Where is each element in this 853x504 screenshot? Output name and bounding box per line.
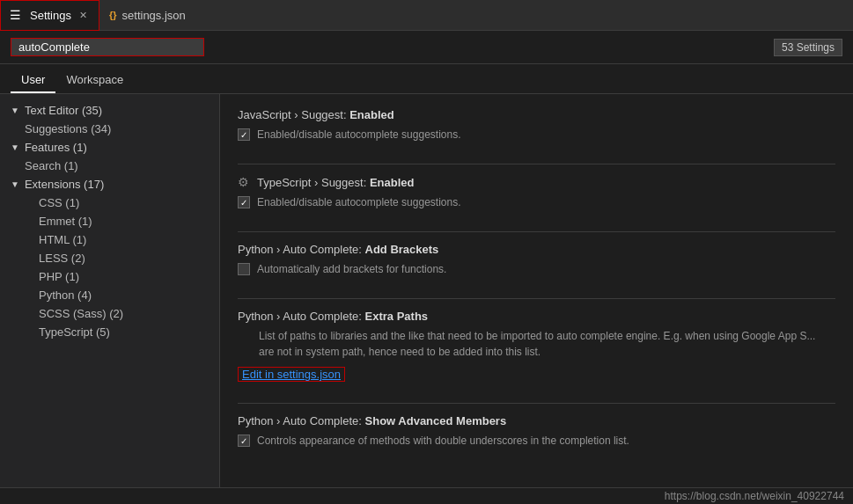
ts-gear-icon[interactable]: ⚙ <box>238 175 252 189</box>
sidebar-label-suggestions: Suggestions (34) <box>25 122 111 135</box>
js-suggest-checkbox[interactable] <box>238 128 250 141</box>
ts-suggest-checkbox-row: Enabled/disable autocomplete suggestions… <box>238 194 835 210</box>
sidebar-label-html: HTML (1) <box>39 233 86 246</box>
main-layout: ▼ Text Editor (35) Suggestions (34) ▼ Fe… <box>0 94 853 496</box>
status-url: https://blog.csdn.net/weixin_40922744 <box>665 490 844 502</box>
tab-bar: ☰ Settings ✕ {} settings.json <box>0 0 853 31</box>
sidebar-item-features[interactable]: ▼ Features (1) <box>0 138 219 157</box>
sidebar-label-php: PHP (1) <box>39 270 79 283</box>
sidebar-item-emmet[interactable]: Emmet (1) <box>0 212 219 230</box>
edit-in-settings-json-link[interactable]: Edit in settings.json <box>238 367 345 382</box>
sidebar-label-python: Python (4) <box>39 289 92 302</box>
search-wrapper <box>11 38 204 56</box>
sidebar-item-php[interactable]: PHP (1) <box>0 267 219 286</box>
chevron-features: ▼ <box>11 142 19 152</box>
sidebar-item-html[interactable]: HTML (1) <box>0 230 219 249</box>
py-extra-paths-title-text: Python › Auto Complete: Extra Paths <box>238 310 428 323</box>
sidebar-item-css[interactable]: CSS (1) <box>0 194 219 212</box>
sidebar-label-text-editor: Text Editor (35) <box>25 104 102 117</box>
chevron-text-editor: ▼ <box>11 106 19 115</box>
setting-py-brackets: Python › Auto Complete: Add Brackets Aut… <box>238 243 835 277</box>
setting-py-brackets-title: Python › Auto Complete: Add Brackets <box>238 243 835 256</box>
setting-py-extra-paths: Python › Auto Complete: Extra Paths List… <box>238 310 835 382</box>
sidebar-label-css: CSS (1) <box>39 196 79 209</box>
setting-py-advanced: Python › Auto Complete: Show Advanced Me… <box>238 414 835 449</box>
json-icon: {} <box>109 10 117 20</box>
content-area: JavaScript › Suggest: Enabled Enabled/di… <box>220 94 853 496</box>
sidebar-item-typescript[interactable]: TypeScript (5) <box>0 323 219 341</box>
sidebar-item-text-editor[interactable]: ▼ Text Editor (35) <box>0 101 219 120</box>
menu-icon: ☰ <box>10 8 21 22</box>
sidebar-item-scss[interactable]: SCSS (Sass) (2) <box>0 304 219 323</box>
setting-ts-suggest: ⚙ TypeScript › Suggest: Enabled Enabled/… <box>238 175 835 210</box>
ts-suggest-title-text: TypeScript › Suggest: Enabled <box>257 176 414 189</box>
setting-js-suggest: JavaScript › Suggest: Enabled Enabled/di… <box>238 108 835 142</box>
scope-tabs: User Workspace <box>0 64 853 94</box>
setting-py-extra-paths-title: Python › Auto Complete: Extra Paths <box>238 310 835 323</box>
setting-ts-suggest-title: ⚙ TypeScript › Suggest: Enabled <box>238 175 835 189</box>
sidebar-label-typescript: TypeScript (5) <box>39 325 110 339</box>
tab-settings-label: Settings <box>30 9 71 22</box>
edit-link-wrapper: Edit in settings.json <box>238 367 835 382</box>
sidebar: ▼ Text Editor (35) Suggestions (34) ▼ Fe… <box>0 94 220 496</box>
search-bar: 53 Settings <box>0 31 853 64</box>
js-suggest-desc: Enabled/disable autocomplete suggestions… <box>257 127 461 142</box>
ts-suggest-desc: Enabled/disable autocomplete suggestions… <box>257 194 461 210</box>
py-extra-paths-desc: List of paths to libraries and the like … <box>259 328 835 360</box>
sidebar-item-python[interactable]: Python (4) <box>0 286 219 304</box>
sidebar-item-less[interactable]: LESS (2) <box>0 249 219 267</box>
settings-count: 53 Settings <box>774 39 842 56</box>
js-suggest-checkbox-row: Enabled/disable autocomplete suggestions… <box>238 127 835 142</box>
sidebar-label-less: LESS (2) <box>39 252 85 265</box>
sidebar-item-suggestions[interactable]: Suggestions (34) <box>0 120 219 138</box>
py-advanced-checkbox-row: Controls appearance of methods with doub… <box>238 433 835 449</box>
search-input[interactable] <box>18 40 196 54</box>
sidebar-label-extensions: Extensions (17) <box>25 178 104 191</box>
setting-js-suggest-title: JavaScript › Suggest: Enabled <box>238 108 835 121</box>
sidebar-label-emmet: Emmet (1) <box>39 215 92 228</box>
py-brackets-desc: Automatically add brackets for functions… <box>257 261 446 277</box>
sidebar-label-scss: SCSS (Sass) (2) <box>39 307 123 320</box>
setting-py-advanced-title: Python › Auto Complete: Show Advanced Me… <box>238 414 835 427</box>
py-brackets-checkbox-row: Automatically add brackets for functions… <box>238 261 835 277</box>
status-bar: https://blog.csdn.net/weixin_40922744 <box>0 487 853 504</box>
sidebar-item-extensions[interactable]: ▼ Extensions (17) <box>0 175 219 194</box>
py-brackets-checkbox[interactable] <box>238 263 250 275</box>
py-advanced-title-text: Python › Auto Complete: Show Advanced Me… <box>238 414 506 427</box>
scope-tab-user[interactable]: User <box>11 69 55 93</box>
sidebar-label-search: Search (1) <box>25 159 78 172</box>
py-advanced-desc: Controls appearance of methods with doub… <box>257 433 629 449</box>
js-suggest-title-text: JavaScript › Suggest: Enabled <box>238 108 394 121</box>
sidebar-label-features: Features (1) <box>25 141 87 154</box>
chevron-extensions: ▼ <box>11 179 19 189</box>
py-brackets-title-text: Python › Auto Complete: Add Brackets <box>238 243 438 256</box>
scope-tab-workspace[interactable]: Workspace <box>55 69 134 93</box>
ts-suggest-checkbox[interactable] <box>238 196 250 208</box>
tab-settings-json-label: settings.json <box>122 9 186 22</box>
tab-settings-json[interactable]: {} settings.json <box>99 0 195 31</box>
tab-settings[interactable]: ☰ Settings ✕ <box>0 0 99 31</box>
sidebar-item-search[interactable]: Search (1) <box>0 157 219 175</box>
py-advanced-checkbox[interactable] <box>238 435 250 447</box>
tab-settings-close[interactable]: ✕ <box>77 9 90 22</box>
